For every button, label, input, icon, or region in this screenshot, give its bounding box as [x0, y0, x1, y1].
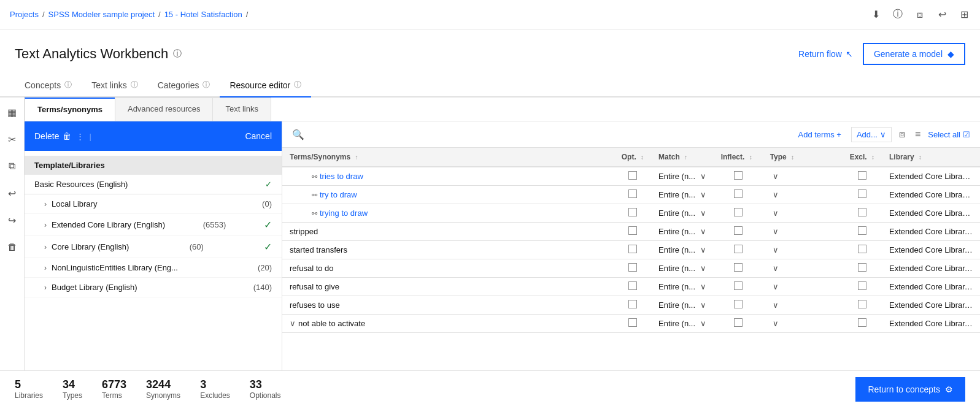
inflect-checkbox[interactable]	[734, 189, 743, 198]
cell-opt[interactable]	[614, 259, 651, 278]
cell-type[interactable]: ∨	[763, 259, 843, 278]
col-opt[interactable]: Opt. ↕	[614, 148, 651, 167]
delete-button[interactable]: Delete 🗑	[34, 131, 71, 141]
inflect-checkbox[interactable]	[734, 171, 743, 180]
excl-checkbox[interactable]	[858, 226, 866, 235]
tab-text-links-info[interactable]: ⓘ	[131, 80, 138, 90]
library-item-budget[interactable]: › Budget Library (English) (140)	[25, 278, 282, 297]
sidebar-icon-undo[interactable]: ↩	[2, 183, 22, 203]
cell-inflect[interactable]	[714, 296, 763, 315]
apps-icon[interactable]: ⊞	[958, 9, 970, 21]
type-chevron-down-icon[interactable]: ∨	[773, 172, 779, 181]
match-chevron-down-icon[interactable]: ∨	[700, 282, 706, 291]
excl-checkbox[interactable]	[858, 245, 866, 253]
type-chevron-down-icon[interactable]: ∨	[773, 208, 779, 218]
match-chevron-down-icon[interactable]: ∨	[700, 172, 706, 181]
library-item-core[interactable]: › Core Library (English) (60) ✓	[25, 236, 282, 258]
more-options-icon[interactable]: ⋮	[76, 132, 84, 141]
match-chevron-down-icon[interactable]: ∨	[700, 300, 706, 310]
sidebar-icon-table[interactable]: ▦	[2, 102, 22, 122]
cell-type[interactable]: ∨	[763, 186, 843, 204]
cell-inflect[interactable]	[714, 167, 763, 186]
cell-inflect[interactable]	[714, 186, 763, 204]
sub-tab-advanced-resources[interactable]: Advanced resources	[115, 97, 214, 121]
opt-checkbox[interactable]	[628, 245, 637, 253]
cell-excl[interactable]	[843, 167, 882, 186]
sidebar-icon-copy[interactable]: ⧉	[2, 156, 22, 176]
cell-excl[interactable]	[843, 223, 882, 241]
cell-inflect[interactable]	[714, 204, 763, 223]
opt-checkbox[interactable]	[628, 263, 637, 272]
inflect-checkbox[interactable]	[734, 245, 743, 253]
cell-opt[interactable]	[614, 278, 651, 296]
inflect-checkbox[interactable]	[734, 300, 743, 308]
filter-icon[interactable]: ⧈	[914, 9, 926, 21]
table-row[interactable]: ⚯trying to draw Entire (n... ∨ ∨ Extende…	[282, 204, 980, 223]
excl-checkbox[interactable]	[858, 189, 866, 198]
type-chevron-down-icon[interactable]: ∨	[773, 282, 779, 291]
col-terms-synonyms[interactable]: Terms/Synonyms ↑	[282, 148, 614, 167]
type-chevron-down-icon[interactable]: ∨	[773, 300, 779, 310]
cell-type[interactable]: ∨	[763, 241, 843, 259]
col-inflect[interactable]: Inflect. ↕	[714, 148, 763, 167]
add-terms-button[interactable]: Add terms +	[793, 128, 846, 142]
table-row[interactable]: refusal to do Entire (n... ∨ ∨ Extended …	[282, 259, 980, 278]
inflect-checkbox[interactable]	[734, 263, 743, 272]
breadcrumb-projects[interactable]: Projects	[10, 10, 39, 19]
sidebar-icon-cut[interactable]: ✂	[2, 129, 22, 149]
match-chevron-down-icon[interactable]: ∨	[700, 227, 706, 236]
col-type[interactable]: Type ↕	[763, 148, 843, 167]
library-chevron-down-icon[interactable]: ∨	[976, 227, 980, 236]
inflect-checkbox[interactable]	[734, 226, 743, 235]
table-row[interactable]: ∨not able to activate Entire (n... ∨ ∨ E…	[282, 315, 980, 333]
cell-type[interactable]: ∨	[763, 278, 843, 296]
library-item-extended-core[interactable]: › Extended Core Library (English) (6553)…	[25, 214, 282, 236]
cell-excl[interactable]	[843, 278, 882, 296]
cell-opt[interactable]	[614, 186, 651, 204]
match-chevron-down-icon[interactable]: ∨	[700, 245, 706, 254]
table-row[interactable]: ⚯tries to draw Entire (n... ∨ ∨ Extended…	[282, 167, 980, 186]
table-row[interactable]: stripped Entire (n... ∨ ∨ Extended Core …	[282, 223, 980, 241]
excl-checkbox[interactable]	[858, 208, 866, 216]
library-chevron-down-icon[interactable]: ∨	[976, 264, 980, 273]
inflect-checkbox[interactable]	[734, 318, 743, 327]
basic-resources-row[interactable]: Basic Resources (English) ✓	[25, 175, 282, 194]
add-dropdown[interactable]: Add... ∨	[851, 127, 892, 142]
table-row[interactable]: started transfers Entire (n... ∨ ∨ Exten…	[282, 241, 980, 259]
opt-checkbox[interactable]	[628, 226, 637, 235]
library-item-local[interactable]: › Local Library (0)	[25, 194, 282, 214]
library-chevron-down-icon[interactable]: ∨	[976, 300, 980, 310]
cell-inflect[interactable]	[714, 241, 763, 259]
match-chevron-down-icon[interactable]: ∨	[700, 190, 706, 199]
cell-opt[interactable]	[614, 204, 651, 223]
match-chevron-down-icon[interactable]: ∨	[700, 208, 706, 218]
download-icon[interactable]: ⬇	[870, 9, 882, 21]
cell-excl[interactable]	[843, 259, 882, 278]
cell-opt[interactable]	[614, 223, 651, 241]
match-chevron-down-icon[interactable]: ∨	[700, 319, 706, 328]
opt-checkbox[interactable]	[628, 318, 637, 327]
tab-text-links[interactable]: Text links ⓘ	[82, 74, 148, 97]
opt-checkbox[interactable]	[628, 281, 637, 290]
sidebar-icon-trash[interactable]: 🗑	[2, 237, 22, 257]
cell-excl[interactable]	[843, 296, 882, 315]
cell-inflect[interactable]	[714, 278, 763, 296]
library-item-nonlinguistic[interactable]: › NonLinguisticEntities Library (Eng... …	[25, 258, 282, 278]
type-chevron-down-icon[interactable]: ∨	[773, 264, 779, 273]
cell-opt[interactable]	[614, 315, 651, 333]
tab-resource-editor[interactable]: Resource editor ⓘ	[220, 74, 311, 97]
cell-opt[interactable]	[614, 167, 651, 186]
cell-excl[interactable]	[843, 186, 882, 204]
cell-type[interactable]: ∨	[763, 167, 843, 186]
search-icon[interactable]: 🔍	[292, 129, 304, 140]
col-match[interactable]: Match ↑	[651, 148, 714, 167]
cell-type[interactable]: ∨	[763, 223, 843, 241]
table-row[interactable]: refusal to give Entire (n... ∨ ∨ Extende…	[282, 278, 980, 296]
sub-tab-terms-synonyms[interactable]: Terms/synonyms	[25, 97, 115, 121]
tab-concepts-info[interactable]: ⓘ	[64, 80, 72, 90]
cell-opt[interactable]	[614, 241, 651, 259]
undo-icon[interactable]: ↩	[936, 9, 948, 21]
type-chevron-down-icon[interactable]: ∨	[773, 245, 779, 254]
cell-type[interactable]: ∨	[763, 296, 843, 315]
type-chevron-down-icon[interactable]: ∨	[773, 227, 779, 236]
